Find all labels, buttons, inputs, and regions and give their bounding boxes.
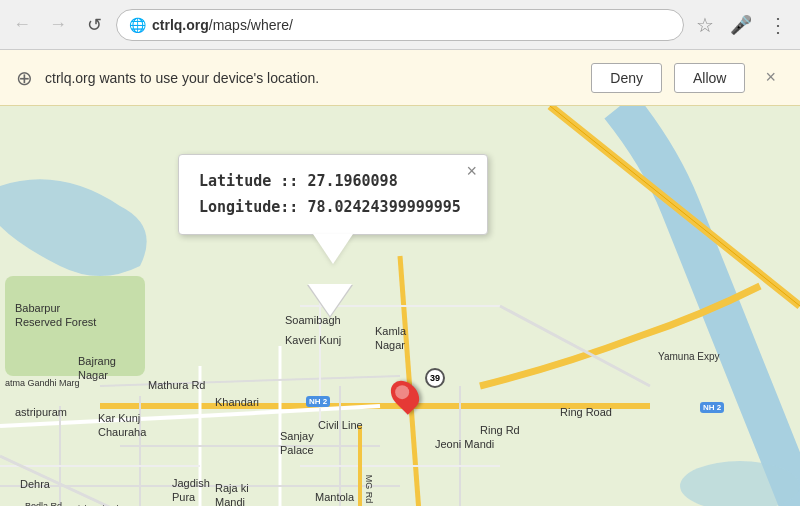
label-astripuram: astripuram — [15, 406, 67, 418]
permission-banner: ⊕ ctrlq.org wants to use your device's l… — [0, 50, 800, 106]
nh2-shield-1: NH 2 — [306, 396, 330, 407]
label-kar-kunj: Kar KunjChauraha — [98, 411, 146, 440]
label-ring-rd: Ring Rd — [480, 424, 520, 436]
svg-line-3 — [550, 106, 800, 306]
latitude-value: 27.1960098 — [307, 172, 397, 190]
label-khandari: Khandari — [215, 396, 259, 408]
label-ring-road: Ring Road — [560, 406, 612, 418]
reload-button[interactable]: ↺ — [80, 11, 108, 39]
label-bodla: Bodla Rd — [25, 501, 62, 506]
back-button[interactable]: ← — [8, 11, 36, 39]
longitude-value: 78.02424399999995 — [307, 198, 461, 216]
longitude-line: Longitude:: 78.02424399999995 — [199, 195, 467, 221]
map-container[interactable]: BabarpurReserved Forest BajrangNagar atm… — [0, 106, 800, 506]
location-icon: ⊕ — [16, 66, 33, 90]
label-kamla: KamlaNagar — [375, 324, 406, 353]
menu-button[interactable]: ⋮ — [764, 9, 792, 41]
label-mg-rd: MG Rd — [364, 475, 374, 504]
banner-close-button[interactable]: × — [757, 63, 784, 92]
label-atma-gandhi: atma Gandhi Marg — [5, 378, 80, 388]
url-text: ctrlq.org/maps/where/ — [152, 17, 293, 33]
label-jagdish: JagdishPura — [172, 476, 210, 505]
browser-toolbar: ← → ↺ 🌐 ctrlq.org/maps/where/ ☆ 🎤 ⋮ — [0, 0, 800, 50]
url-path: /maps/where/ — [209, 17, 293, 33]
allow-button[interactable]: Allow — [674, 63, 745, 93]
popup-tail — [308, 284, 352, 316]
deny-button[interactable]: Deny — [591, 63, 662, 93]
label-civil-line: Civil Line — [318, 419, 363, 431]
label-babarpur: BabarpurReserved Forest — [15, 301, 96, 330]
longitude-label: Longitude:: — [199, 198, 298, 216]
svg-line-10 — [100, 376, 400, 386]
forward-button[interactable]: → — [44, 11, 72, 39]
nh2-shield-2: NH 2 — [700, 402, 724, 413]
label-mantola: Mantola — [315, 491, 354, 503]
latitude-label: Latitude :: — [199, 172, 298, 190]
map-pin — [393, 379, 417, 411]
label-kaveri: Kaveri Kunj — [285, 334, 341, 346]
label-jeoni: Jeoni Mandi — [435, 438, 494, 450]
globe-icon: 🌐 — [129, 17, 146, 33]
label-raja-ki: Raja kiMandi — [215, 481, 249, 506]
browser-actions: ☆ 🎤 ⋮ — [692, 9, 792, 41]
bookmark-button[interactable]: ☆ — [692, 9, 718, 41]
label-bajrang: BajrangNagar — [78, 354, 116, 383]
info-popup-close-button[interactable]: × — [466, 161, 477, 182]
microphone-button[interactable]: 🎤 — [726, 10, 756, 40]
latitude-line: Latitude :: 27.1960098 — [199, 169, 467, 195]
label-yamuna: Yamuna Expy — [658, 351, 720, 362]
label-sanjay: SanjayPalace — [280, 429, 314, 458]
label-dehra: Dehra — [20, 478, 50, 490]
info-popup: × Latitude :: 27.1960098 Longitude:: 78.… — [178, 154, 488, 235]
permission-message: ctrlq.org wants to use your device's loc… — [45, 70, 579, 86]
route-39-badge: 39 — [425, 368, 445, 388]
url-domain: ctrlq.org — [152, 17, 209, 33]
address-bar[interactable]: 🌐 ctrlq.org/maps/where/ — [116, 9, 684, 41]
label-mathura: Mathura Rd — [148, 379, 205, 391]
